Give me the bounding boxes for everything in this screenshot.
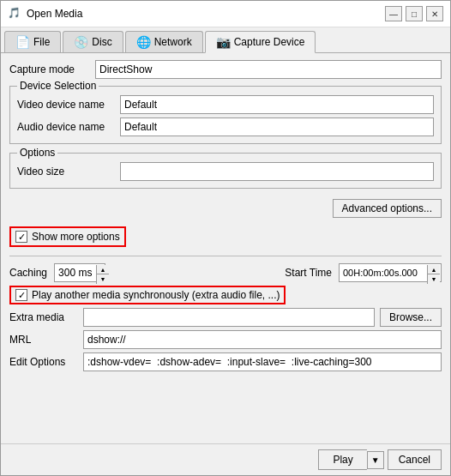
start-time-spin-arrows: ▲ ▼ — [427, 265, 440, 284]
capture-tab-icon: 📷 — [216, 35, 231, 49]
start-time-label: Start Time — [285, 267, 332, 279]
audio-device-select[interactable]: Default — [120, 117, 434, 136]
show-more-label: Show more options — [32, 231, 120, 243]
tab-file-label: File — [33, 36, 50, 48]
tab-capture[interactable]: 📷 Capture Device — [205, 31, 316, 53]
more-options-section: Caching ▲ ▼ Start Time ▲ ▼ — [9, 263, 442, 371]
cancel-button[interactable]: Cancel — [388, 449, 442, 470]
caching-spin-arrows: ▲ ▼ — [96, 265, 109, 284]
divider — [9, 256, 442, 256]
caching-spinbox: ▲ ▼ — [54, 263, 105, 282]
caching-label: Caching — [9, 267, 47, 279]
video-device-row: Video device name Default — [17, 95, 434, 114]
network-tab-icon: 🌐 — [136, 35, 151, 49]
content-area: Capture mode DirectShow TV - digital TV … — [1, 53, 450, 443]
edit-options-input[interactable] — [83, 352, 442, 371]
capture-mode-select[interactable]: DirectShow TV - digital TV - analog Webc… — [95, 60, 442, 79]
minimize-button[interactable]: — — [385, 6, 402, 21]
close-button[interactable]: ✕ — [426, 6, 443, 21]
caching-input[interactable] — [57, 265, 96, 280]
title-bar: 🎵 Open Media — □ ✕ — [1, 1, 450, 27]
advanced-options-row: Advanced options... — [9, 199, 442, 218]
audio-device-label: Audio device name — [17, 121, 120, 133]
extra-media-input[interactable] — [83, 308, 375, 327]
video-device-label: Video device name — [17, 99, 120, 111]
title-bar-left: 🎵 Open Media — [8, 7, 82, 21]
tab-file[interactable]: 📄 File — [4, 31, 61, 52]
play-button-group: Play ▼ — [318, 449, 383, 470]
sync-row: ✓ Play another media synchronously (extr… — [9, 286, 286, 304]
tab-network-label: Network — [154, 36, 192, 48]
title-buttons: — □ ✕ — [385, 6, 443, 21]
mrl-label: MRL — [9, 334, 78, 346]
open-media-window: 🎵 Open Media — □ ✕ 📄 File 💿 Disc 🌐 Netwo… — [0, 0, 451, 476]
tab-disc[interactable]: 💿 Disc — [63, 31, 123, 52]
start-time-spin-up[interactable]: ▲ — [428, 265, 440, 274]
video-size-input[interactable] — [120, 162, 434, 181]
capture-mode-row: Capture mode DirectShow TV - digital TV … — [9, 60, 442, 79]
extra-media-row: Extra media Browse... — [9, 308, 442, 327]
mrl-input[interactable] — [83, 330, 442, 349]
maximize-button[interactable]: □ — [406, 6, 423, 21]
caching-row: Caching ▲ ▼ Start Time ▲ ▼ — [9, 263, 442, 282]
tab-bar: 📄 File 💿 Disc 🌐 Network 📷 Capture Device — [1, 27, 450, 53]
sync-label: Play another media synchronously (extra … — [32, 289, 280, 301]
video-device-select[interactable]: Default — [120, 95, 434, 114]
show-more-checkbox[interactable]: ✓ — [15, 231, 27, 243]
browse-button[interactable]: Browse... — [380, 308, 442, 327]
caching-spin-down[interactable]: ▼ — [97, 274, 109, 284]
tab-network[interactable]: 🌐 Network — [125, 31, 203, 52]
start-time-spin-down[interactable]: ▼ — [428, 274, 440, 284]
play-button[interactable]: Play — [318, 449, 366, 470]
edit-options-row: Edit Options — [9, 352, 442, 371]
mrl-row: MRL — [9, 330, 442, 349]
caching-spin-up[interactable]: ▲ — [97, 265, 109, 274]
device-selection-title: Device Selection — [17, 80, 99, 92]
video-size-row: Video size — [17, 162, 434, 181]
options-group: Options Video size — [9, 153, 442, 189]
start-time-input[interactable] — [341, 265, 427, 280]
audio-device-row: Audio device name Default — [17, 117, 434, 136]
edit-options-label: Edit Options — [9, 356, 78, 368]
tab-disc-label: Disc — [92, 36, 111, 48]
play-dropdown-button[interactable]: ▼ — [367, 451, 384, 469]
window-title: Open Media — [27, 8, 82, 20]
sync-checkbox[interactable]: ✓ — [15, 289, 27, 301]
bottom-bar: Play ▼ Cancel — [1, 443, 450, 475]
vlc-icon: 🎵 — [8, 7, 21, 21]
extra-media-label: Extra media — [9, 311, 78, 323]
advanced-options-button[interactable]: Advanced options... — [333, 199, 442, 218]
capture-mode-label: Capture mode — [9, 63, 95, 75]
show-more-row: ✓ Show more options — [9, 226, 126, 247]
options-group-title: Options — [17, 147, 57, 159]
device-selection-group: Device Selection Video device name Defau… — [9, 86, 442, 144]
file-tab-icon: 📄 — [15, 35, 30, 49]
video-size-label: Video size — [17, 166, 120, 178]
tab-capture-label: Capture Device — [234, 36, 305, 48]
start-time-spinbox: ▲ ▼ — [339, 263, 442, 282]
disc-tab-icon: 💿 — [74, 35, 88, 49]
